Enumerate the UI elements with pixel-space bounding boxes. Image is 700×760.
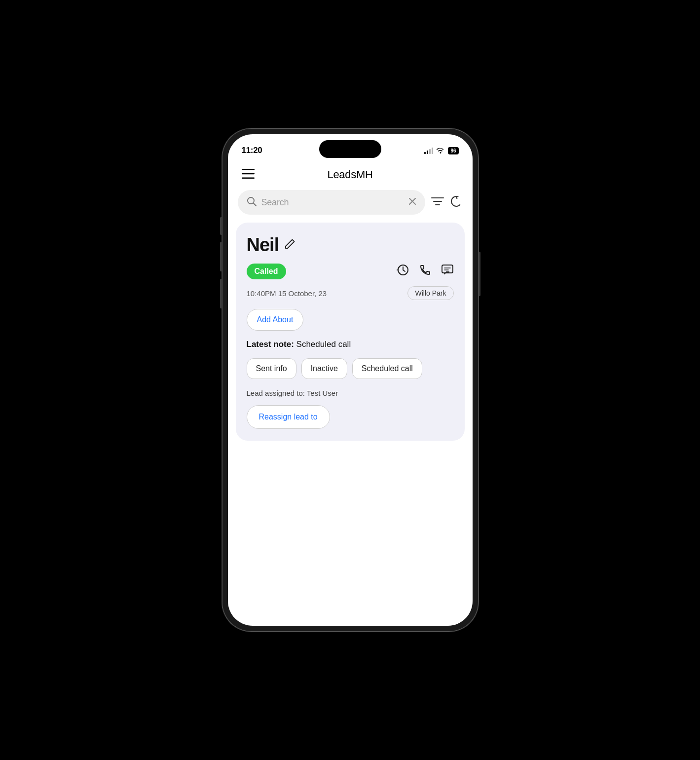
note-tag-sent-info[interactable]: Sent info [247, 358, 296, 379]
status-badge[interactable]: Called [247, 264, 286, 279]
lead-location: Willo Park [407, 286, 453, 300]
app-title: LeadsMH [327, 168, 372, 181]
search-icon [247, 196, 257, 209]
lead-name: Neil [247, 234, 279, 256]
note-tag-inactive[interactable]: Inactive [301, 358, 347, 379]
refresh-icon[interactable] [450, 195, 463, 210]
svg-rect-1 [242, 173, 255, 175]
lead-meta: 10:40PM 15 October, 23 Willo Park [247, 286, 454, 300]
menu-icon[interactable] [242, 169, 255, 180]
add-about-button[interactable]: Add About [247, 309, 304, 331]
svg-line-4 [253, 203, 256, 206]
signal-bars-icon [424, 148, 433, 154]
lead-date: 10:40PM 15 October, 23 [247, 289, 327, 298]
filter-icon[interactable] [431, 196, 444, 209]
latest-note-value: Scheduled call [296, 340, 351, 349]
search-section: Search [228, 186, 473, 223]
svg-rect-2 [242, 178, 255, 179]
phone-icon[interactable] [419, 264, 431, 279]
lead-card: Neil Called [236, 223, 465, 441]
battery-icon: 96 [448, 147, 458, 154]
search-placeholder: Search [261, 197, 404, 208]
search-bar[interactable]: Search [238, 190, 425, 215]
lead-assigned: Lead assigned to: Test User [247, 389, 454, 397]
status-icons: 96 [424, 147, 458, 155]
history-icon[interactable] [397, 264, 409, 279]
edit-icon[interactable] [285, 238, 295, 252]
lead-status-row: Called [247, 264, 454, 279]
latest-note-label: Latest note: [247, 340, 294, 349]
dynamic-island [319, 140, 381, 158]
status-time: 11:20 [242, 146, 262, 155]
svg-rect-0 [242, 169, 255, 170]
action-icons [397, 264, 454, 279]
message-icon[interactable] [441, 264, 454, 279]
latest-note: Latest note: Scheduled call [247, 340, 454, 349]
note-tags: Sent info Inactive Scheduled call [247, 358, 454, 379]
lead-name-row: Neil [247, 234, 454, 256]
note-tag-scheduled-call[interactable]: Scheduled call [352, 358, 422, 379]
wifi-icon [436, 147, 445, 155]
reassign-lead-button[interactable]: Reassign lead to [247, 405, 330, 429]
app-header: LeadsMH [228, 160, 473, 186]
search-clear-icon[interactable] [408, 197, 416, 208]
